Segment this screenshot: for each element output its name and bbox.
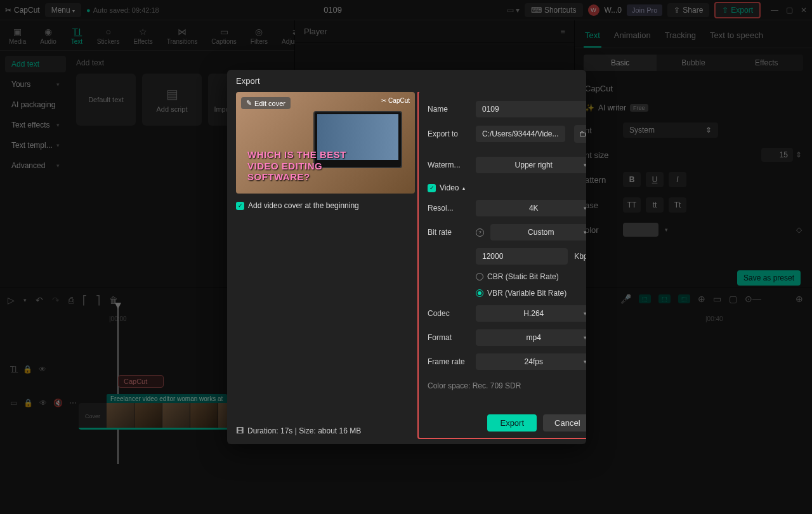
- edit-cover-button[interactable]: ✎Edit cover: [241, 97, 291, 109]
- cbr-radio[interactable]: CBR (Static Bit Rate): [476, 272, 586, 281]
- name-label: Name: [428, 105, 469, 114]
- modal-actions: Export Cancel: [428, 414, 586, 432]
- checkbox-icon: ✓: [428, 184, 436, 192]
- bitrate-label: Bit rate: [428, 228, 469, 237]
- color-space-label: Color space: Rec. 709 SDR: [428, 381, 586, 390]
- chevron-down-icon: ▾: [584, 334, 586, 341]
- checkbox-icon: ✓: [236, 202, 244, 210]
- chevron-down-icon: ▾: [584, 310, 586, 317]
- resolution-select[interactable]: 4K▾: [476, 200, 586, 216]
- modal-left: ✎Edit cover ✂CapCut WHICH IS THE BEST VI…: [227, 92, 417, 444]
- chevron-down-icon: ▾: [584, 229, 586, 235]
- export-button[interactable]: Export: [487, 414, 537, 432]
- vbr-radio[interactable]: VBR (Variable Bit Rate): [476, 289, 586, 298]
- bitrate-input[interactable]: [476, 248, 568, 265]
- modal-title: Export: [227, 70, 586, 92]
- framerate-select[interactable]: 24fps▾: [476, 353, 586, 370]
- resolution-label: Resol...: [428, 204, 469, 213]
- film-icon: 🎞: [236, 426, 244, 435]
- format-select[interactable]: mp4▾: [476, 329, 586, 346]
- folder-icon: 🗀: [579, 129, 586, 138]
- radio-icon: [476, 273, 483, 280]
- export-settings: Name Export to C:/Users/93444/Vide... 🗀 …: [417, 92, 586, 439]
- exportto-path: C:/Users/93444/Vide...: [476, 126, 565, 142]
- format-label: Format: [428, 333, 469, 342]
- cancel-button[interactable]: Cancel: [543, 414, 586, 432]
- framerate-label: Frame rate: [428, 357, 469, 366]
- codec-label: Codec: [428, 309, 469, 318]
- add-cover-checkbox[interactable]: ✓ Add video cover at the beginning: [236, 201, 409, 210]
- export-modal: Export ✎Edit cover ✂CapCut WHICH IS THE …: [227, 70, 586, 444]
- browse-button[interactable]: 🗀: [574, 125, 586, 143]
- video-section-header[interactable]: ✓ Video ▴: [428, 183, 586, 192]
- watermark-label: Waterm...: [428, 161, 469, 169]
- chevron-down-icon: ▾: [584, 162, 586, 168]
- watermark-select[interactable]: Upper right▾: [476, 157, 586, 173]
- info-icon[interactable]: ?: [476, 228, 484, 237]
- kbps-label: Kbps: [574, 252, 586, 261]
- codec-select[interactable]: H.264▾: [476, 305, 586, 322]
- radio-checked-icon: [476, 289, 483, 297]
- watermark-badge: ✂CapCut: [381, 97, 410, 104]
- chevron-down-icon: ▾: [584, 205, 586, 211]
- name-input[interactable]: [476, 101, 586, 117]
- bitrate-select[interactable]: Custom▾: [490, 224, 586, 241]
- pencil-icon: ✎: [246, 99, 252, 107]
- chevron-up-icon: ▴: [462, 185, 465, 191]
- export-preview: ✎Edit cover ✂CapCut WHICH IS THE BEST VI…: [236, 92, 415, 194]
- preview-overlay-text: WHICH IS THE BEST VIDEO EDITING SOFTWARE…: [247, 149, 346, 182]
- exportto-label: Export to: [428, 129, 469, 138]
- export-duration: 🎞 Duration: 17s | Size: about 16 MB: [236, 418, 409, 444]
- chevron-down-icon: ▾: [584, 359, 586, 365]
- logo-icon: ✂: [381, 97, 386, 104]
